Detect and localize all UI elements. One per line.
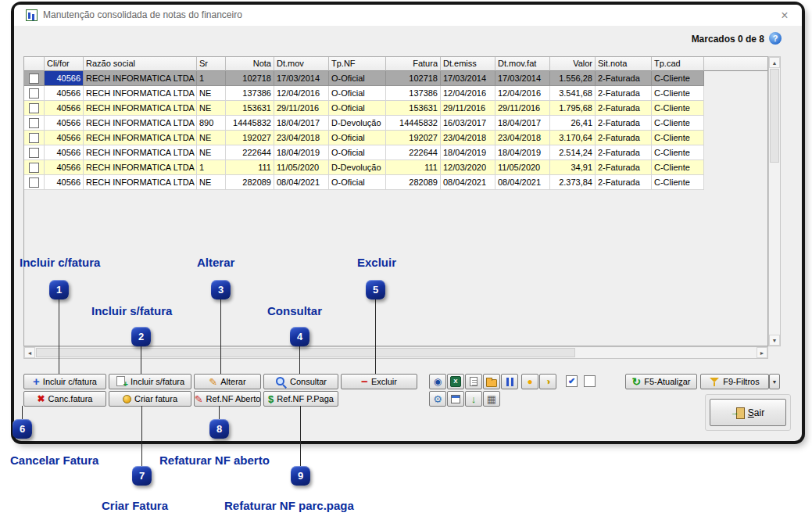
grid-cell: D-Devolução [329,116,386,131]
grid-cell: RECH INFORMATICA LTDA [84,145,197,160]
screen: Manutenção consolidada de notas do finan… [0,0,812,527]
criar-fatura-label: Criar fatura [134,395,177,403]
uncheck-all-checkbox[interactable] [584,375,596,387]
row-checkbox[interactable] [29,118,39,128]
download-icon: ↓ [471,394,477,404]
row-filler [704,86,767,101]
column-header[interactable]: Tp.cad [652,57,704,71]
column-header[interactable]: Dt.mov.fat [495,57,550,71]
row-checkbox[interactable] [29,177,39,188]
grid-cell: O-Oficial [329,131,386,145]
settings-button[interactable]: ⚙ [429,391,446,407]
annotation-label: Cancelar Fatura [10,454,98,467]
ref-nf-ppaga-label: Ref.NF P.Paga [277,395,334,403]
export-button[interactable]: ↓ [465,391,482,407]
column-header[interactable]: Cli/for [45,57,84,71]
table-row[interactable]: 40566RECH INFORMATICA LTDANE28208908/04/… [24,175,767,190]
column-header[interactable] [24,57,45,71]
dollar-icon: $ [268,394,274,404]
f9-filtros-button[interactable]: F9-Filtros [700,374,769,389]
check-icon: ✔ [568,376,575,386]
scroll-left-icon[interactable]: ◄ [24,347,35,358]
table-row[interactable]: 40566RECH INFORMATICA LTDANE15363129/11/… [24,101,767,116]
row-checkbox[interactable] [29,88,39,99]
table-row[interactable]: 40566RECH INFORMATICA LTDANE22264418/04/… [24,145,767,160]
excluir-button[interactable]: − Excluir [341,374,417,389]
minus-icon: − [361,375,368,387]
help-icon[interactable]: ? [769,32,782,45]
column-header[interactable]: Valor [550,57,596,71]
app-icon [26,9,38,21]
ref-nf-ppaga-button[interactable]: $ Ref.NF P.Paga [263,391,338,407]
calculator-button[interactable]: ▦ [483,391,500,407]
annotation-label: Refaturar NF parc.paga [224,499,354,512]
open-folder-button[interactable] [483,374,500,389]
alterar-button[interactable]: ✎ Alterar [194,374,261,389]
table-row[interactable]: 40566RECH INFORMATICA LTDA110271817/03/2… [24,71,767,86]
column-header[interactable]: Fatura [386,57,441,71]
excel-icon: X [450,376,461,387]
row-checkbox[interactable] [29,133,39,143]
row-checkbox[interactable] [29,73,39,84]
row-checkbox[interactable] [29,103,39,113]
f9-filtros-dropdown-button[interactable]: ▼ [769,374,780,389]
incluir-sfatura-button[interactable]: + Incluir s/fatura [109,374,191,389]
consultar-button[interactable]: Consultar [263,374,338,389]
close-icon[interactable]: × [777,8,792,23]
grid-header-row: Cli/forRazão socialSrNotaDt.movTp.NFFatu… [24,57,767,71]
legend-button[interactable]: ● [521,374,538,389]
annotation-badge: 5 [366,280,385,299]
grid-cell: 192027 [226,131,274,145]
grid-cell: 1 [197,160,226,175]
table-row[interactable]: 40566RECH INFORMATICA LTDA8901444583218/… [24,116,767,131]
horizontal-scroll-thumb[interactable] [36,348,575,357]
grid-cell: 102718 [386,71,441,86]
incluir-sfatura-label: Incluir s/fatura [131,378,184,386]
grid-cell: NE [197,131,226,145]
ref-nf-aberto-label: Ref.NF Aberto [206,395,261,403]
column-header[interactable]: Nota [226,57,274,71]
grid-cell: RECH INFORMATICA LTDA [84,101,197,116]
ref-nf-aberto-button[interactable]: ✎ Ref.NF Aberto [194,391,261,407]
check-all-checkbox[interactable]: ✔ [566,375,578,387]
row-checkbox[interactable] [29,163,39,173]
table-row[interactable]: 40566RECH INFORMATICA LTDANE19202723/04/… [24,131,767,145]
grid-cell: NE [197,145,226,160]
column-header[interactable]: Dt.mov [274,57,329,71]
excel-export-button[interactable]: X [447,374,464,389]
column-header[interactable]: Razão social [84,57,197,71]
row-filler [704,145,767,160]
column-header[interactable]: Tp.NF [329,57,386,71]
table-row[interactable]: 40566RECH INFORMATICA LTDANE13738612/04/… [24,86,767,101]
row-checkbox[interactable] [29,148,39,158]
vertical-scrollbar[interactable]: ▲ ▼ [768,56,781,346]
report-button[interactable] [465,374,482,389]
f5-atualizar-button[interactable]: ↻ F5-Atualizar [625,374,697,389]
column-header[interactable]: Sr [197,57,226,71]
schedule-button[interactable] [447,391,464,407]
criar-fatura-button[interactable]: Criar fatura [109,391,191,407]
column-header[interactable]: Dt.emiss [441,57,495,71]
freeze-columns-button[interactable] [501,374,518,389]
sair-button[interactable]: → Sair [710,399,786,426]
vertical-scroll-thumb[interactable] [770,69,779,163]
scroll-right-icon[interactable]: ► [757,347,767,358]
preview-button[interactable]: ◉ [429,374,446,389]
canc-fatura-button[interactable]: ✖ Canc.fatura [23,391,106,407]
incluir-cfatura-button[interactable]: + Incluir c/fatura [23,374,106,389]
magnifier-icon [275,376,287,388]
horizontal-scrollbar[interactable]: ◄ ► [23,346,768,359]
grid-cell: 12/03/2020 [441,160,495,175]
table-row[interactable]: 40566RECH INFORMATICA LTDA111111/05/2020… [24,160,767,175]
scroll-down-icon[interactable]: ▼ [769,335,780,346]
pause-icon [506,378,513,386]
scroll-up-icon[interactable]: ▲ [769,57,780,68]
notes-grid: Cli/forRazão socialSrNotaDt.movTp.NFFatu… [23,56,768,346]
grid-cell: 40566 [45,131,84,145]
grid-cell: 3.170,64 [550,131,596,145]
document-icon [470,377,478,386]
colors-button[interactable]: ◑ [539,374,556,389]
column-header[interactable]: Sit.nota [596,57,652,71]
grid-cell: RECH INFORMATICA LTDA [84,116,197,131]
grid-cell: O-Oficial [329,86,386,101]
